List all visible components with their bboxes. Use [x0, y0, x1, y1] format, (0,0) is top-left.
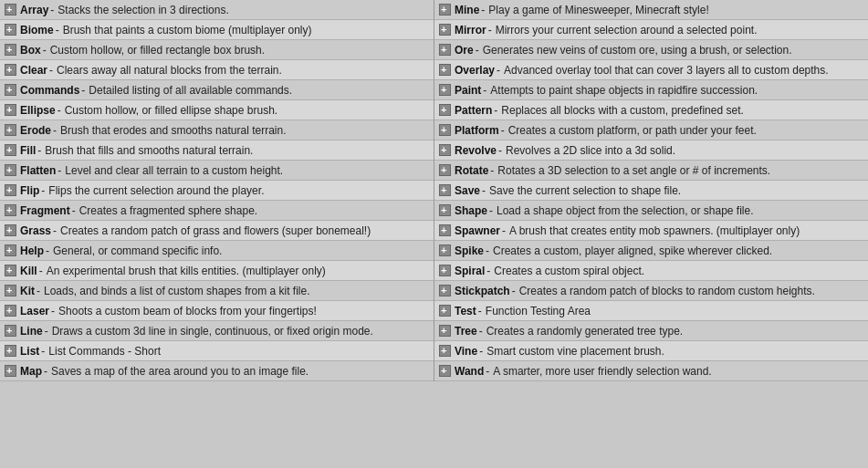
- command-description: Clears away all natural blocks from the …: [57, 64, 282, 77]
- list-item[interactable]: List - List Commands - Short: [0, 341, 434, 361]
- command-description: Creates a custom platform, or path under…: [508, 124, 757, 137]
- plus-icon: [439, 345, 451, 357]
- plus-icon: [439, 64, 451, 76]
- command-separator: -: [502, 224, 506, 237]
- command-description: Advanced overlay tool that can cover 3 l…: [504, 64, 829, 77]
- command-description: Creates a custom spiral object.: [494, 265, 644, 277]
- list-item[interactable]: Revolve - Revolves a 2D slice into a 3d …: [434, 140, 868, 161]
- plus-icon: [5, 325, 16, 337]
- list-item[interactable]: Mine - Play a game of Minesweeper, Minec…: [434, 0, 868, 20]
- plus-icon: [439, 164, 451, 176]
- list-item[interactable]: Help - General, or command specific info…: [0, 241, 434, 261]
- list-item[interactable]: Mirror - Mirrors your current selection …: [434, 20, 868, 40]
- list-item[interactable]: Vine - Smart custom vine placement brush…: [434, 341, 868, 361]
- list-item[interactable]: Rotate - Rotates a 3D selection to a set…: [434, 161, 868, 181]
- list-item[interactable]: Grass - Creates a random patch of grass …: [0, 221, 434, 241]
- command-description: Revolves a 2D slice into a 3d solid.: [506, 144, 675, 157]
- list-item[interactable]: Spawner - A brush that creates entity mo…: [434, 221, 868, 241]
- command-separator: -: [58, 164, 61, 177]
- list-item[interactable]: Spike - Creates a custom, player aligned…: [434, 241, 868, 261]
- command-name: Flatten: [20, 164, 56, 177]
- list-item[interactable]: Test - Function Testing Area: [434, 301, 868, 321]
- list-item[interactable]: Tree - Creates a randomly generated tree…: [434, 321, 868, 341]
- plus-icon: [5, 265, 16, 276]
- command-name: List: [20, 345, 39, 358]
- plus-icon: [439, 224, 451, 236]
- command-name: Paint: [455, 84, 481, 97]
- list-item[interactable]: Overlay - Advanced overlay tool that can…: [434, 60, 868, 80]
- list-item[interactable]: Stickpatch - Creates a random patch of b…: [434, 281, 868, 301]
- plus-icon: [439, 24, 451, 36]
- list-item[interactable]: Laser - Shoots a custom beam of blocks f…: [0, 301, 434, 321]
- command-name: Erode: [20, 124, 51, 137]
- list-item[interactable]: Shape - Load a shape object from the sel…: [434, 201, 868, 221]
- list-item[interactable]: Erode - Brush that erodes and smooths na…: [0, 120, 434, 140]
- command-separator: -: [482, 184, 486, 197]
- command-description: Shoots a custom beam of blocks from your…: [58, 305, 317, 317]
- list-item[interactable]: Flip - Flips the current selection aroun…: [0, 181, 434, 201]
- command-description: Flips the current selection around the p…: [48, 184, 264, 197]
- list-item[interactable]: Pattern - Replaces all blocks with a cus…: [434, 100, 868, 120]
- command-separator: -: [498, 144, 502, 157]
- command-name: Pattern: [455, 104, 492, 117]
- command-separator: -: [43, 44, 47, 57]
- plus-icon: [439, 4, 451, 16]
- list-item[interactable]: Wand - A smarter, more user friendly sel…: [434, 361, 868, 381]
- command-name: Biome: [20, 24, 54, 36]
- plus-icon: [5, 44, 16, 56]
- list-item[interactable]: Spiral - Creates a custom spiral object.: [434, 261, 868, 281]
- plus-icon: [439, 184, 451, 196]
- command-description: Creates a fragmented sphere shape.: [79, 204, 257, 217]
- plus-icon: [5, 144, 16, 156]
- command-name: Spawner: [455, 224, 500, 237]
- list-item[interactable]: Ore - Generates new veins of custom ore,…: [434, 40, 868, 60]
- list-item[interactable]: Map - Saves a map of the area around you…: [0, 361, 434, 381]
- command-separator: -: [41, 345, 45, 358]
- list-item[interactable]: Fill - Brush that fills and smooths natu…: [0, 140, 434, 161]
- list-item[interactable]: Box - Custom hollow, or filled rectangle…: [0, 40, 434, 60]
- list-item[interactable]: Flatten - Level and clear all terrain to…: [0, 161, 434, 181]
- list-item[interactable]: Paint - Attempts to paint shape objects …: [434, 80, 868, 100]
- list-item[interactable]: Kit - Loads, and binds a list of custom …: [0, 281, 434, 301]
- command-name: Map: [20, 365, 42, 378]
- command-description: Play a game of Minesweeper, Minecraft st…: [488, 4, 708, 16]
- command-name: Kit: [20, 285, 35, 297]
- command-separator: -: [53, 124, 57, 137]
- command-description: Replaces all blocks with a custom, prede…: [501, 104, 743, 117]
- command-description: An experimental brush that kills entitie…: [47, 265, 326, 277]
- command-separator: -: [41, 184, 45, 197]
- main-container: Array - Stacks the selection in 3 direct…: [0, 0, 868, 381]
- command-separator: -: [72, 204, 76, 217]
- command-name: Line: [20, 325, 43, 338]
- plus-icon: [439, 124, 451, 136]
- command-name: Overlay: [455, 64, 495, 77]
- list-item[interactable]: Ellipse - Custom hollow, or filled ellip…: [0, 100, 434, 120]
- plus-icon: [5, 365, 16, 377]
- list-item[interactable]: Biome - Brush that paints a custom biome…: [0, 20, 434, 40]
- list-item[interactable]: Save - Save the current selection to sha…: [434, 181, 868, 201]
- list-item[interactable]: Clear - Clears away all natural blocks f…: [0, 60, 434, 80]
- command-description: Creates a custom, player aligned, spike …: [493, 244, 772, 257]
- plus-icon: [439, 144, 451, 156]
- command-description: List Commands - Short: [48, 345, 161, 358]
- command-description: Mirrors your current selection around a …: [496, 24, 758, 36]
- plus-icon: [439, 84, 451, 96]
- plus-icon: [5, 345, 16, 357]
- command-separator: -: [483, 84, 486, 97]
- command-name: Array: [20, 4, 48, 16]
- list-item[interactable]: Array - Stacks the selection in 3 direct…: [0, 0, 434, 20]
- command-description: Attempts to paint shape objects in rapid…: [490, 84, 758, 97]
- plus-icon: [439, 365, 451, 377]
- plus-icon: [5, 124, 16, 136]
- plus-icon: [439, 265, 451, 276]
- command-name: Test: [455, 305, 476, 317]
- command-separator: -: [50, 4, 54, 16]
- list-item[interactable]: Line - Draws a custom 3d line in single,…: [0, 321, 434, 341]
- list-item[interactable]: Commands - Detailed listing of all avail…: [0, 80, 434, 100]
- list-item[interactable]: Fragment - Creates a fragmented sphere s…: [0, 201, 434, 221]
- list-item[interactable]: Platform - Creates a custom platform, or…: [434, 120, 868, 140]
- command-name: Grass: [20, 224, 51, 237]
- command-separator: -: [51, 305, 55, 317]
- list-item[interactable]: Kill - An experimental brush that kills …: [0, 261, 434, 281]
- command-description: Custom hollow, or filled rectangle box b…: [50, 44, 265, 57]
